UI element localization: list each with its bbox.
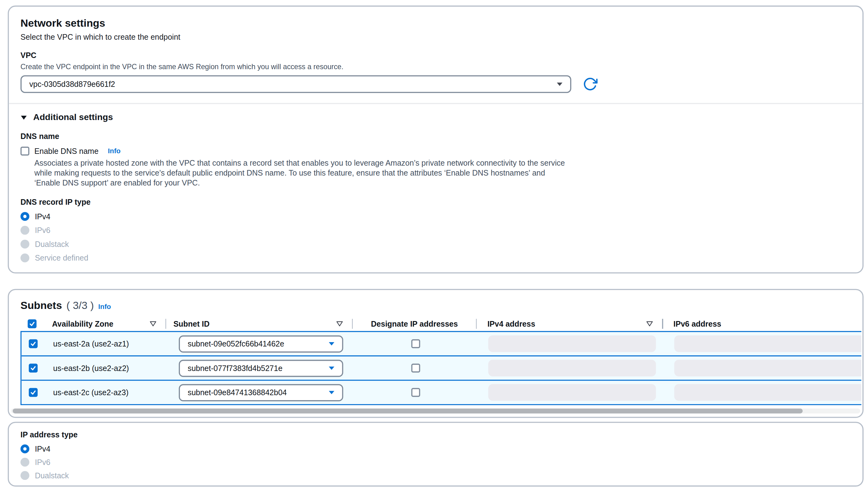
scrollbar-thumb[interactable] — [13, 408, 803, 414]
ipv6-address-cell — [663, 335, 861, 352]
availability-zone-cell: us-east-2c (use2-az3) — [46, 388, 167, 397]
dns-name-label: DNS name — [21, 132, 851, 141]
subnets-info-link[interactable]: Info — [98, 303, 111, 310]
dns-record-ip-type-label: DNS record IP type — [21, 197, 851, 207]
column-header-ipv4-address[interactable]: IPv4 address — [477, 319, 662, 328]
radio-option-ipv4[interactable]: IPv4 — [21, 445, 851, 454]
chevron-down-icon — [556, 82, 563, 86]
subnet-id-cell: subnet-077f7383fd4b5271e — [167, 360, 354, 376]
ipv4-address-cell — [478, 335, 664, 352]
subnets-table: Availability Zone Subnet ID Designate IP… — [21, 316, 862, 405]
subnet-select[interactable]: subnet-09e84741368842b04 — [179, 384, 343, 401]
subnet-id-cell: subnet-09e84741368842b04 — [167, 384, 354, 401]
column-header-ipv6-address[interactable]: IPv6 address — [663, 319, 862, 328]
additional-settings-title: Additional settings — [33, 112, 113, 123]
subnets-count: ( 3/3 ) — [66, 299, 94, 311]
designate-ip-checkbox[interactable] — [411, 388, 420, 397]
dns-name-info-link[interactable]: Info — [108, 147, 121, 155]
vpc-description: Create the VPC endpoint in the VPC in th… — [21, 63, 851, 72]
subnets-title: Subnets — [21, 299, 62, 312]
table-row: us-east-2b (use2-az2) subnet-077f7383fd4… — [22, 357, 862, 381]
chevron-down-icon — [328, 341, 335, 346]
radio-disabled-icon — [21, 253, 29, 263]
availability-zone-cell: us-east-2a (use2-az1) — [46, 339, 167, 348]
row-select-cell — [22, 388, 46, 397]
column-header-designate-ip[interactable]: Designate IP addresses — [353, 319, 476, 328]
horizontal-scrollbar[interactable] — [11, 408, 860, 414]
row-select-cell — [22, 364, 46, 372]
radio-disabled-icon — [21, 226, 29, 235]
subnets-header: Subnets ( 3/3 ) Info — [21, 299, 851, 312]
network-settings-card: Network settings Select the VPC in which… — [8, 6, 864, 274]
expand-caret-icon — [21, 115, 27, 120]
designate-ip-cell — [354, 339, 478, 348]
additional-settings-toggle[interactable]: Additional settings — [21, 112, 851, 123]
subnet-select[interactable]: subnet-077f7383fd4b5271e — [179, 360, 343, 376]
designate-ip-checkbox[interactable] — [411, 364, 420, 372]
vpc-label: VPC — [21, 51, 851, 60]
vpc-select[interactable]: vpc-0305d38d879e661f2 — [21, 75, 571, 93]
ipv4-address-input — [488, 384, 656, 401]
ipv6-address-cell — [663, 384, 861, 401]
ipv4-address-cell — [478, 360, 664, 376]
section-divider — [9, 103, 863, 104]
table-body: us-east-2a (use2-az1) subnet-09e052fc66b… — [21, 331, 862, 405]
designate-ip-cell — [354, 388, 478, 397]
ipv4-address-input — [488, 360, 656, 376]
radio-disabled-icon — [21, 471, 29, 480]
subnets-card: Subnets ( 3/3 ) Info Availability Zone — [8, 289, 864, 418]
radio-selected-icon — [21, 212, 29, 221]
radio-disabled-icon — [21, 240, 29, 249]
network-settings-subtitle: Select the VPC in which to create the en… — [21, 32, 851, 42]
select-all-cell — [21, 319, 45, 328]
ip-address-type-card: IP address type IPv4 IPv6 Dualstack — [8, 422, 864, 487]
filter-icon[interactable] — [336, 320, 343, 327]
table-row: us-east-2c (use2-az3) subnet-09e84741368… — [22, 381, 862, 404]
page: Network settings Select the VPC in which… — [0, 0, 868, 487]
availability-zone-cell: us-east-2b (use2-az2) — [46, 364, 167, 372]
table-header-row: Availability Zone Subnet ID Designate IP… — [21, 316, 862, 331]
network-settings-title: Network settings — [21, 17, 851, 29]
row-select-cell — [22, 339, 46, 348]
radio-option-ipv6: IPv6 — [21, 226, 851, 235]
vpc-select-row: vpc-0305d38d879e661f2 — [21, 75, 851, 93]
dns-name-description: Associates a private hosted zone with th… — [34, 158, 571, 188]
radio-option-ipv6: IPv6 — [21, 458, 851, 467]
chevron-down-icon — [328, 390, 335, 395]
subnet-select[interactable]: subnet-09e052fc66b41462e — [179, 335, 343, 352]
radio-option-dualstack: Dualstack — [21, 471, 851, 480]
enable-dns-row: Enable DNS name Info — [21, 147, 851, 156]
ip-address-type-group: IPv4 IPv6 Dualstack — [21, 445, 851, 480]
ipv6-address-input — [674, 384, 861, 401]
filter-icon[interactable] — [646, 320, 653, 327]
ipv4-address-cell — [478, 384, 664, 401]
row-select-checkbox[interactable] — [29, 388, 38, 397]
radio-option-service-defined: Service defined — [21, 253, 851, 263]
radio-option-ipv4[interactable]: IPv4 — [21, 212, 851, 221]
select-all-checkbox[interactable] — [28, 319, 37, 328]
ip-address-type-label: IP address type — [21, 430, 851, 439]
column-header-subnet-id[interactable]: Subnet ID — [166, 319, 352, 328]
table-row: us-east-2a (use2-az1) subnet-09e052fc66b… — [22, 332, 862, 357]
row-select-checkbox[interactable] — [29, 364, 38, 372]
designate-ip-cell — [354, 364, 478, 372]
designate-ip-checkbox[interactable] — [411, 339, 420, 348]
ipv6-address-input — [674, 335, 861, 352]
enable-dns-checkbox[interactable] — [21, 147, 29, 156]
radio-option-dualstack: Dualstack — [21, 240, 851, 249]
ipv4-address-input — [488, 335, 656, 352]
vpc-select-value: vpc-0305d38d879e661f2 — [29, 80, 115, 89]
dns-record-ip-type-group: IPv4 IPv6 Dualstack Service defined — [21, 212, 851, 262]
ipv6-address-input — [674, 360, 861, 376]
radio-selected-icon — [21, 445, 29, 454]
column-header-availability-zone[interactable]: Availability Zone — [45, 319, 165, 328]
refresh-button[interactable] — [581, 75, 599, 93]
enable-dns-checkbox-label: Enable DNS name — [34, 147, 99, 156]
refresh-icon — [582, 76, 598, 92]
radio-disabled-icon — [21, 458, 29, 467]
filter-icon[interactable] — [149, 320, 156, 327]
chevron-down-icon — [328, 366, 335, 370]
ipv6-address-cell — [663, 360, 861, 376]
row-select-checkbox[interactable] — [29, 339, 38, 348]
subnet-id-cell: subnet-09e052fc66b41462e — [167, 335, 354, 352]
